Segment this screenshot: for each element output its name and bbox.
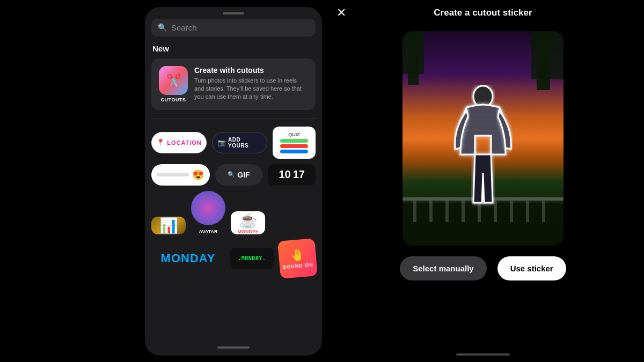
camera-icon: 📷 [218, 139, 226, 146]
pin-icon: 📍 [156, 138, 165, 146]
emoji-slider-track [157, 173, 189, 176]
cutouts-icon-wrap: ✂️ CUTOUTS [159, 66, 188, 102]
screen-container: 🔍 Search New ✂️ CUTOUTS Create with cuto… [0, 0, 644, 362]
soundon-hand-icon: 🤚 [289, 247, 305, 262]
monday-pixel-text: .MONDAY. [238, 255, 266, 261]
sticker-row-1: 📍 LOCATION 📷 ADD YOURS QUIZ [151, 127, 316, 159]
time-digit-1: 10 [279, 168, 290, 181]
time-sticker[interactable]: 10 17 [268, 164, 316, 186]
quiz-title: QUIZ [288, 132, 300, 137]
image-preview-area [402, 31, 564, 246]
monday-pixel-sticker[interactable]: .MONDAY. [230, 248, 274, 269]
svg-rect-7 [413, 201, 416, 222]
sticker-row-2: 😍 🔍 GIF 10 17 [151, 164, 316, 186]
monday-cup-label: MONDAY [237, 229, 258, 234]
quiz-bar-2 [280, 144, 308, 148]
drag-handle[interactable] [223, 12, 244, 14]
cutouts-card[interactable]: ✂️ CUTOUTS Create with cutouts Turn phot… [151, 58, 316, 110]
bottom-indicator [217, 346, 250, 349]
add-yours-label: ADD YOURS [228, 137, 261, 149]
cutouts-info: Create with cutouts Turn photos into sti… [194, 66, 308, 101]
gif-search-icon: 🔍 [228, 171, 235, 178]
emoji-slider-sticker[interactable]: 😍 [151, 164, 210, 186]
stickers-grid: 📍 LOCATION 📷 ADD YOURS QUIZ [145, 127, 322, 339]
svg-rect-15 [542, 201, 545, 222]
time-digit-2: 17 [293, 168, 305, 181]
soundon-text: SOUND ON [282, 262, 313, 270]
bottom-bar [145, 339, 322, 356]
cutouts-icon: ✂️ [159, 66, 188, 95]
avatar-label: AVATAR [199, 229, 218, 234]
search-input-placeholder: Search [171, 23, 197, 32]
page-title: Create a cutout sticker [333, 8, 633, 18]
cutouts-desc: Turn photos into stickers to use in reel… [194, 77, 308, 101]
sticker-row-3: 📊 AVATAR ☕ MONDAY [151, 191, 316, 234]
cutouts-label: CUTOUTS [161, 97, 186, 102]
svg-rect-14 [526, 201, 529, 222]
image-background [402, 31, 564, 246]
soundon-sticker[interactable]: 🤚 SOUND ON [277, 238, 317, 279]
divider [151, 119, 316, 119]
photo-sticker-col: 📊 [151, 217, 186, 234]
right-header: ✕ Create a cutout sticker [322, 0, 644, 26]
select-manually-button[interactable]: Select manually [400, 256, 486, 280]
use-sticker-button[interactable]: Use sticker [497, 256, 566, 280]
avatar-sticker[interactable] [191, 191, 225, 225]
svg-rect-3 [408, 31, 419, 85]
close-icon: ✕ [336, 7, 346, 19]
svg-rect-4 [537, 31, 550, 90]
person-silhouette-svg [445, 85, 521, 224]
avatar-sticker-col: AVATAR [191, 191, 225, 234]
quiz-bar-3 [280, 150, 308, 153]
cutouts-title: Create with cutouts [194, 66, 308, 75]
monday-cup-sticker[interactable]: ☕ MONDAY [231, 211, 265, 234]
quiz-bar-1 [280, 139, 308, 143]
gif-label: GIF [237, 171, 250, 179]
monday-cup-col: ☕ MONDAY [231, 211, 265, 234]
left-panel: 🔍 Search New ✂️ CUTOUTS Create with cuto… [145, 7, 322, 356]
location-sticker[interactable]: 📍 LOCATION [151, 132, 207, 153]
search-icon: 🔍 [158, 23, 167, 32]
photo-icon: 📊 [159, 217, 178, 234]
add-yours-sticker[interactable]: 📷 ADD YOURS [212, 132, 267, 153]
svg-rect-8 [429, 201, 433, 222]
emoji-icon: 😍 [192, 169, 204, 181]
right-panel: ✕ Create a cutout sticker [322, 0, 644, 362]
sticker-row-4: MONDAY .MONDAY. 🤚 SOUND ON [151, 240, 316, 277]
action-buttons: Select manually Use sticker [400, 256, 566, 280]
monday-cup-icon: ☕ [239, 211, 258, 229]
search-bar[interactable]: 🔍 Search [151, 19, 316, 36]
photo-sticker[interactable]: 📊 [151, 217, 186, 234]
quiz-sticker[interactable]: QUIZ [273, 127, 316, 159]
close-button[interactable]: ✕ [333, 4, 350, 21]
new-section-label: New [145, 42, 322, 58]
monday-blue-text: MONDAY [161, 252, 216, 265]
monday-text-sticker[interactable]: MONDAY [151, 248, 225, 269]
gif-sticker[interactable]: 🔍 GIF [215, 164, 263, 186]
right-bottom-indicator [456, 353, 510, 356]
location-label: LOCATION [167, 139, 202, 146]
